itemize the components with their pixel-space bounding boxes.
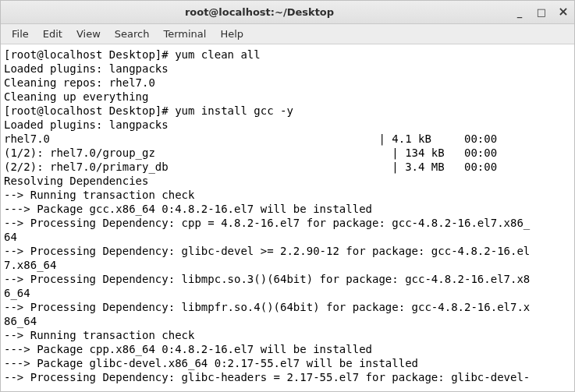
close-button[interactable]: ×	[557, 6, 570, 18]
window-buttons: _ □ ×	[513, 6, 570, 18]
terminal-window: root@localhost:~/Desktop _ □ × File Edit…	[0, 0, 575, 392]
maximize-button[interactable]: □	[535, 6, 548, 18]
menu-view[interactable]: View	[70, 26, 107, 41]
menu-search[interactable]: Search	[108, 26, 156, 41]
window-title: root@localhost:~/Desktop	[5, 6, 513, 18]
menu-file[interactable]: File	[5, 26, 35, 41]
terminal-output[interactable]: [root@localhost Desktop]# yum clean all …	[1, 44, 574, 391]
menu-help[interactable]: Help	[214, 26, 250, 41]
titlebar[interactable]: root@localhost:~/Desktop _ □ ×	[1, 1, 574, 24]
minimize-button[interactable]: _	[513, 6, 526, 18]
menu-terminal[interactable]: Terminal	[157, 26, 212, 41]
menu-edit[interactable]: Edit	[37, 26, 69, 41]
menubar: File Edit View Search Terminal Help	[1, 24, 574, 44]
